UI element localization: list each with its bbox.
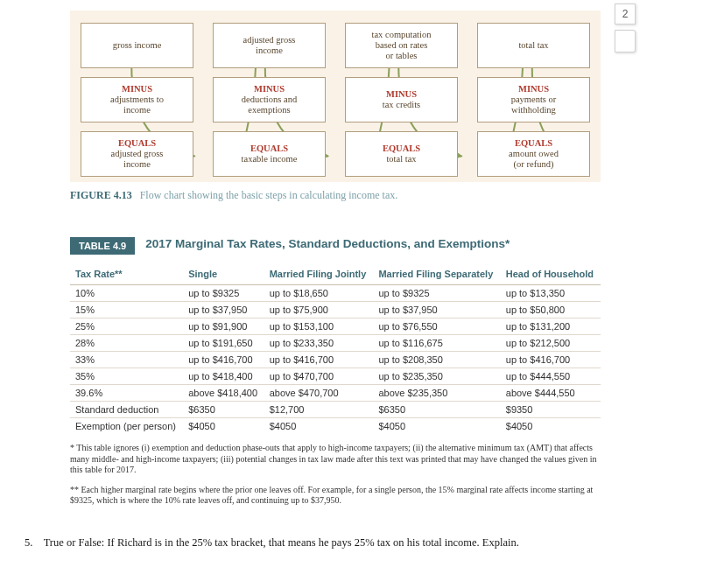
cell-value: up to $9325 xyxy=(183,285,264,302)
cell-value: above $418,400 xyxy=(183,385,264,402)
flowchart-area: gross income adjusted gross income tax c… xyxy=(70,10,601,182)
cell-value: above $470,700 xyxy=(264,385,374,402)
table-header-row: Tax Rate** Single Married Filing Jointly… xyxy=(70,265,601,285)
question-number: 5. xyxy=(25,536,32,549)
box-adjustments: MINUS adjustments to income xyxy=(81,77,193,122)
cell-value: up to $37,950 xyxy=(183,302,264,318)
box-text: or tables xyxy=(349,51,453,61)
cell-value: up to $208,350 xyxy=(373,352,500,368)
tax-table-block: TABLE 4.9 2017 Marginal Tax Rates, Stand… xyxy=(70,237,601,507)
cell-value: up to $91,900 xyxy=(183,318,264,335)
cell-value: up to $13,350 xyxy=(501,285,601,302)
cell-rate: 28% xyxy=(70,335,183,352)
cell-rate: 39.6% xyxy=(70,385,183,402)
figure-caption: FIGURE 4.13 Flow chart showing the basic… xyxy=(70,189,601,202)
box-agi: adjusted gross income xyxy=(213,23,326,68)
col-single: Single xyxy=(183,265,264,285)
cell-value: $6350 xyxy=(373,402,500,418)
box-head: EQUALS xyxy=(217,144,321,154)
cell-value: up to $116,675 xyxy=(373,335,500,352)
table-row: 28%up to $191,650up to $233,350up to $11… xyxy=(70,335,601,352)
cell-rate: 25% xyxy=(70,318,183,335)
cell-value: $4050 xyxy=(264,418,374,435)
box-eq-taxable: EQUALS taxable income xyxy=(213,131,326,177)
cell-value: up to $153,100 xyxy=(264,318,374,335)
col-joint: Married Filing Jointly xyxy=(264,265,374,285)
cell-value: up to $416,700 xyxy=(183,352,264,368)
cell-value: up to $37,950 xyxy=(373,302,500,318)
page-bookmark-tab xyxy=(615,30,636,52)
box-text: (or refund) xyxy=(482,159,586,170)
cell-value: up to $233,350 xyxy=(264,335,374,352)
cell-value: $4050 xyxy=(501,418,601,435)
box-text: adjusted gross xyxy=(217,35,321,46)
cell-value: above $235,350 xyxy=(373,385,500,402)
box-text: income xyxy=(85,105,189,116)
cell-value: up to $212,500 xyxy=(501,335,601,352)
box-text: payments or xyxy=(482,94,586,105)
box-eq-owed: EQUALS amount owed (or refund) xyxy=(477,131,590,177)
cell-value: up to $9325 xyxy=(373,285,500,302)
box-text: deductions and xyxy=(217,94,321,105)
box-head: EQUALS xyxy=(482,138,586,149)
cell-value: up to $18,650 xyxy=(264,285,374,302)
figure-caption-text: Flow chart showing the basic steps in ca… xyxy=(140,189,398,201)
box-credits: MINUS tax credits xyxy=(345,77,458,122)
cell-value: up to $470,700 xyxy=(264,368,374,385)
cell-value: $12,700 xyxy=(264,402,374,418)
col-rate: Tax Rate** xyxy=(70,265,183,285)
box-text: gross income xyxy=(85,40,189,51)
question-text: True or False: If Richard is in the 25% … xyxy=(44,536,519,549)
box-eq-agi: EQUALS adjusted gross income xyxy=(81,131,193,177)
cell-value: up to $191,650 xyxy=(183,335,264,352)
flowchart-panel: gross income adjusted gross income tax c… xyxy=(70,10,601,202)
box-head: EQUALS xyxy=(85,138,189,149)
flow-row-3: EQUALS adjusted gross income EQUALS taxa… xyxy=(81,131,590,177)
page-number-tab: 2 xyxy=(615,4,636,24)
box-payments: MINUS payments or withholding xyxy=(477,77,590,122)
cell-value: up to $235,350 xyxy=(373,368,500,385)
box-head: MINUS xyxy=(349,89,453,100)
table-row: 35%up to $418,400up to $470,700up to $23… xyxy=(70,368,601,385)
box-head: MINUS xyxy=(85,84,189,94)
table-footnote-1: * This table ignores (i) exemption and d… xyxy=(70,443,601,476)
cell-value: up to $416,700 xyxy=(501,352,601,368)
cell-value: up to $416,700 xyxy=(264,352,374,368)
table-footnote-2: ** Each higher marginal rate begins wher… xyxy=(70,485,601,507)
table-row: Exemption (per person)$4050$4050$4050$40… xyxy=(70,418,601,435)
cell-value: up to $75,900 xyxy=(264,302,374,318)
table-tag: TABLE 4.9 xyxy=(70,237,135,255)
question-5: 5. True or False: If Richard is in the 2… xyxy=(0,536,644,550)
cell-rate: Exemption (per person) xyxy=(70,418,183,435)
table-row: Standard deduction$6350$12,700$6350$9350 xyxy=(70,402,601,418)
table-row: 33%up to $416,700up to $416,700up to $20… xyxy=(70,352,601,368)
cell-rate: 35% xyxy=(70,368,183,385)
box-head: MINUS xyxy=(482,84,586,94)
box-text: tax credits xyxy=(349,100,453,110)
box-text: total tax xyxy=(349,154,453,164)
cell-value: $6350 xyxy=(183,402,264,418)
cell-rate: Standard deduction xyxy=(70,402,183,418)
flow-row-1: gross income adjusted gross income tax c… xyxy=(81,23,590,68)
box-text: income xyxy=(217,46,321,56)
box-tax-computation: tax computation based on rates or tables xyxy=(345,23,458,68)
box-head: EQUALS xyxy=(349,144,453,154)
cell-value: above $444,550 xyxy=(501,385,601,402)
cell-value: up to $131,200 xyxy=(501,318,601,335)
box-text: withholding xyxy=(482,105,586,116)
box-text: total tax xyxy=(482,40,586,51)
cell-value: up to $418,400 xyxy=(183,368,264,385)
cell-value: up to $444,550 xyxy=(501,368,601,385)
box-text: income xyxy=(85,159,189,170)
tax-table: Tax Rate** Single Married Filing Jointly… xyxy=(70,265,601,434)
cell-value: $9350 xyxy=(501,402,601,418)
table-row: 10%up to $9325up to $18,650up to $9325up… xyxy=(70,285,601,302)
box-text: exemptions xyxy=(217,105,321,116)
cell-value: up to $50,800 xyxy=(501,302,601,318)
box-total-tax: total tax xyxy=(477,23,590,68)
cell-value: $4050 xyxy=(183,418,264,435)
box-text: tax computation xyxy=(349,30,453,40)
box-text: amount owed xyxy=(482,149,586,159)
cell-value: $4050 xyxy=(373,418,500,435)
box-deductions: MINUS deductions and exemptions xyxy=(213,77,326,122)
